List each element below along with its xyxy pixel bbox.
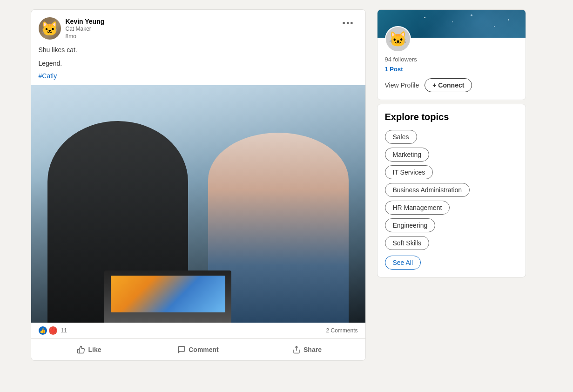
topic-pill[interactable]: Sales [385,130,417,144]
see-all-button[interactable]: See All [385,256,421,270]
explore-card: Explore topics SalesMarketingIT Services… [377,104,526,277]
post-hashtag[interactable]: #Catly [39,72,358,80]
topic-pill[interactable]: Marketing [385,148,429,162]
share-label: Share [303,346,322,353]
comment-button[interactable]: Comment [144,341,253,358]
laptop-screen [111,276,225,312]
post-header: Kevin Yeung Cat Maker 8mo ••• [31,10,365,40]
connect-label: Connect [438,81,464,89]
author-time: 8mo [66,33,105,40]
profile-card: 🐱 94 followers 1 Post View Profile + Con… [377,9,526,100]
post-reactions: 👍 ❤️ 11 2 Comments [31,323,365,339]
post-card: Kevin Yeung Cat Maker 8mo ••• Shu likes … [31,9,366,361]
heart-icon: ❤️ [49,326,57,335]
author-title: Cat Maker [66,26,105,33]
post-image-bg [31,85,365,323]
post-body: Shu likes cat. Legend. #Catly [31,40,365,85]
star-decoration [424,17,425,18]
post-text-line1: Shu likes cat. [39,45,358,55]
post-text-line2: Legend. [39,59,358,68]
topic-pill[interactable]: Business Administration [385,183,470,197]
comment-label: Comment [189,346,219,353]
posts-count[interactable]: 1 Post [385,66,518,73]
topic-pill[interactable]: Soft Skills [385,236,429,250]
comment-action-icon [177,345,186,354]
topic-pill[interactable]: HR Management [385,201,450,215]
post-image [31,85,365,323]
profile-info: 94 followers 1 Post View Profile + Conne… [378,52,526,100]
comments-count[interactable]: 2 Comments [326,327,357,334]
post-author-info: Kevin Yeung Cat Maker 8mo [39,17,105,40]
topic-pill[interactable]: IT Services [385,165,433,179]
share-button[interactable]: Share [253,341,362,358]
star-decoration [494,26,495,27]
view-profile-button[interactable]: View Profile [385,81,419,89]
profile-actions: View Profile + Connect [385,78,518,92]
sidebar-column: 🐱 94 followers 1 Post View Profile + Con… [377,9,526,383]
connect-button[interactable]: + Connect [425,78,472,92]
like-button[interactable]: Like [35,341,144,358]
reaction-count: 11 [61,327,67,334]
profile-sidebar-avatar: 🐱 [385,26,411,52]
star-decoration [452,21,453,22]
like-label: Like [88,346,101,353]
post-actions: Like Comment Share [31,339,365,360]
avatar [39,17,61,40]
star-decoration [508,19,509,20]
author-details: Kevin Yeung Cat Maker 8mo [66,17,105,40]
share-action-icon [292,345,301,354]
post-menu-button[interactable]: ••• [339,17,358,29]
star-decoration [471,14,472,16]
followers-count: 94 followers [385,56,518,63]
laptop [104,270,231,323]
author-name: Kevin Yeung [66,17,105,26]
main-container: Kevin Yeung Cat Maker 8mo ••• Shu likes … [31,9,543,383]
explore-title: Explore topics [385,112,518,122]
like-action-icon [77,345,85,354]
profile-avatar-wrapper: 🐱 [385,26,411,52]
connect-plus-icon: + [432,81,436,89]
feed-column: Kevin Yeung Cat Maker 8mo ••• Shu likes … [31,9,366,383]
topics-list: SalesMarketingIT ServicesBusiness Admini… [385,130,518,270]
topic-pill[interactable]: Engineering [385,218,436,232]
like-icon: 👍 [39,326,47,335]
reaction-summary: 👍 ❤️ 11 [39,326,67,335]
